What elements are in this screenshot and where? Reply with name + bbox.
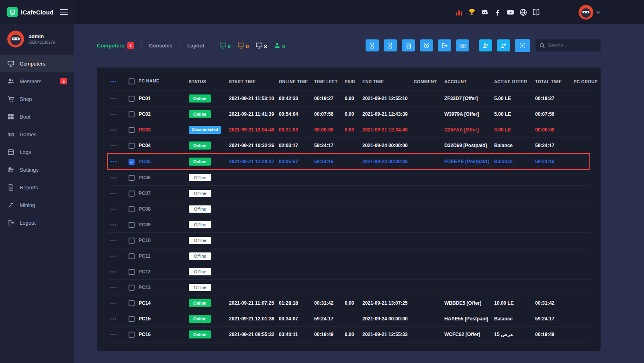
row-actions-menu-pc14[interactable]: ••• [110, 301, 117, 306]
table-row-pc04[interactable]: ••• PC04 Online 2021-09-21 10:32:26 02:0… [108, 138, 590, 154]
tab-layout[interactable]: Layout [180, 41, 212, 50]
row-checkbox-pc09[interactable] [129, 222, 135, 228]
row-actions-menu-pc11[interactable]: ••• [110, 254, 117, 258]
row-actions-menu-pc01[interactable]: ••• [110, 96, 117, 101]
row-checkbox-pc04[interactable] [129, 143, 135, 149]
row-actions-menu-pc10[interactable]: ••• [110, 238, 117, 243]
paid: 0.00 [342, 91, 360, 107]
sidebar-item-games[interactable]: Games [0, 125, 74, 143]
time-left [312, 233, 342, 248]
row-checkbox-pc06[interactable] [129, 175, 135, 181]
sidebar-item-logs[interactable]: Logs [0, 143, 74, 161]
paid [342, 201, 360, 217]
add-guest-button[interactable] [497, 39, 510, 51]
row-checkbox-pc05[interactable]: ✓ [129, 159, 135, 165]
end-time: 2021-09-24 00:00:00 [360, 311, 411, 327]
row-actions-menu-pc06[interactable]: ••• [110, 175, 117, 180]
sidebar-item-settings[interactable]: Settings [0, 161, 74, 178]
row-actions-menu-pc03[interactable]: ••• [110, 127, 117, 132]
row-actions-menu-pc07[interactable]: ••• [110, 191, 117, 196]
stop-timer-button[interactable] [384, 39, 397, 51]
header-actions-menu[interactable]: ••• [110, 79, 117, 84]
row-actions-menu-pc13[interactable]: ••• [110, 285, 117, 290]
row-actions-menu-pc09[interactable]: ••• [110, 222, 117, 227]
total-time: 59:24:16 [533, 154, 571, 170]
sidebar-item-reports[interactable]: Reports [0, 178, 74, 196]
sidebar-item-boot[interactable]: Boot [0, 108, 74, 125]
row-actions-menu-pc12[interactable]: ••• [110, 269, 117, 274]
table-row-pc16[interactable]: ••• PC16 Online 2021-09-21 08:55:32 03:4… [108, 327, 590, 342]
sidebar-item-mining[interactable]: Mining [0, 196, 74, 214]
start-timer-button[interactable] [366, 39, 379, 51]
select-all-checkbox[interactable] [129, 78, 135, 84]
online-time [276, 217, 312, 233]
sidebar-item-computers[interactable]: Computers [0, 55, 74, 72]
row-actions-menu-pc04[interactable]: ••• [110, 143, 117, 148]
top-up-card-button[interactable] [402, 39, 415, 51]
active-offer: 3.00 LE [492, 122, 533, 138]
brand[interactable]: iCafeCloud [7, 7, 53, 17]
row-checkbox-pc01[interactable] [129, 96, 135, 102]
row-checkbox-pc03[interactable] [129, 127, 135, 133]
active-offer [492, 264, 533, 280]
discord-icon[interactable] [480, 8, 489, 16]
check-out-button[interactable] [438, 39, 451, 51]
trophy-icon[interactable] [468, 8, 476, 16]
row-checkbox-pc02[interactable] [129, 111, 135, 117]
cash-payment-button[interactable] [456, 39, 469, 51]
globe-icon[interactable] [519, 8, 527, 16]
pc-name: PC04 [139, 143, 151, 148]
table-row-pc02[interactable]: ••• PC02 Online 2021-09-21 11:41:39 00:5… [108, 107, 590, 122]
paid: 0.00 [342, 327, 360, 342]
row-actions-menu-pc08[interactable]: ••• [110, 207, 117, 211]
table-row-pc07[interactable]: ••• PC07 Offline [108, 186, 590, 201]
stats-icon[interactable] [455, 8, 463, 16]
pc-name: PC09 [139, 222, 151, 228]
table-row-pc10[interactable]: ••• PC10 Offline [108, 233, 590, 248]
table-row-pc15[interactable]: ••• PC15 Online 2021-09-21 12:01:36 00:3… [108, 311, 590, 327]
table-row-pc08[interactable]: ••• PC08 Offline [108, 201, 590, 217]
table-row-pc01[interactable]: ••• PC01 Online 2021-09-21 11:53:10 00:4… [108, 91, 590, 107]
row-checkbox-pc13[interactable] [129, 285, 135, 291]
row-checkbox-pc14[interactable] [129, 300, 135, 306]
row-checkbox-pc11[interactable] [129, 253, 135, 259]
row-checkbox-pc10[interactable] [129, 238, 135, 244]
row-checkbox-pc12[interactable] [129, 269, 135, 275]
search-input[interactable] [548, 43, 597, 48]
manual-icon[interactable] [532, 8, 540, 16]
add-member-button[interactable] [479, 39, 492, 51]
pc-screenshot-button[interactable] [515, 39, 530, 52]
table-row-pc05[interactable]: ••• ✓PC05 Online 2021-09-21 12:29:47 00:… [108, 154, 590, 170]
user-menu[interactable] [579, 5, 601, 20]
logs-icon [7, 148, 14, 156]
menu-toggle-icon[interactable] [60, 8, 68, 16]
table-row-pc11[interactable]: ••• PC11 Offline [108, 248, 590, 264]
tab-consoles[interactable]: Consoles [142, 41, 180, 50]
sidebar-item-shop[interactable]: Shop [0, 90, 74, 108]
youtube-icon[interactable] [506, 8, 515, 16]
account: WBBDE5 [Offer] [442, 295, 492, 311]
row-actions-menu-pc16[interactable]: ••• [110, 332, 117, 337]
set-alarm-button[interactable] [420, 39, 433, 51]
table-row-pc06[interactable]: ••• PC06 Offline [108, 170, 590, 186]
row-checkbox-pc07[interactable] [129, 191, 135, 197]
facebook-icon[interactable] [493, 8, 502, 16]
table-row-pc14[interactable]: ••• PC14 Online 2021-09-21 11:07:25 01:2… [108, 295, 590, 311]
row-actions-menu-pc02[interactable]: ••• [110, 112, 117, 117]
start-time [227, 280, 276, 295]
row-actions-menu-pc15[interactable]: ••• [110, 316, 117, 321]
row-checkbox-pc16[interactable] [129, 332, 135, 338]
row-actions-menu-pc05[interactable]: ••• [110, 159, 118, 164]
pc-name: PC03 [139, 127, 151, 133]
table-row-pc13[interactable]: ••• PC13 Offline [108, 280, 590, 295]
time-left: 59:24:17 [312, 138, 342, 154]
table-row-pc12[interactable]: ••• PC12 Offline [108, 264, 590, 280]
sidebar-item-logout[interactable]: Logout [0, 214, 74, 232]
column-header-account: ACCOUNT [442, 72, 492, 91]
table-row-pc09[interactable]: ••• PC09 Offline [108, 217, 590, 233]
table-row-pc03[interactable]: ••• PC03 Disconnected 2021-09-21 12:04:4… [108, 122, 590, 138]
row-checkbox-pc08[interactable] [129, 206, 135, 212]
tab-computers[interactable]: Computers1 [97, 41, 142, 50]
sidebar-item-members[interactable]: Members6 [0, 72, 74, 90]
row-checkbox-pc15[interactable] [129, 316, 135, 322]
